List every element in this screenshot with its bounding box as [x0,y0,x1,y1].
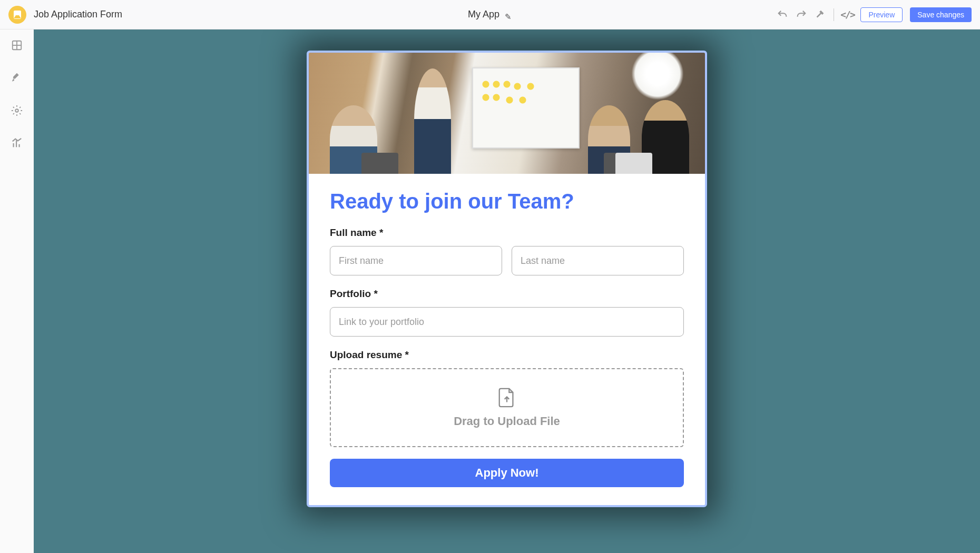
portfolio-label: Portfolio * [330,288,684,300]
redo-icon[interactable] [796,9,807,21]
grid-icon[interactable] [11,39,23,52]
header-actions: </> Preview Save changes [777,7,972,22]
divider [834,8,834,21]
left-sidebar [0,29,34,553]
full-name-label: Full name * [330,227,684,239]
upload-resume-label: Upload resume * [330,349,684,361]
upload-zone-text: Drag to Upload File [454,414,560,428]
project-title-group: My App [468,9,512,20]
app-title: Job Application Form [34,9,122,20]
file-upload-icon [497,387,516,408]
portfolio-input[interactable] [330,307,684,337]
upload-dropzone[interactable]: Drag to Upload File [330,368,684,447]
app-logo [8,6,26,24]
top-header: Job Application Form My App </> Preview … [0,0,980,29]
form-body: Ready to join our Team? Full name * Port… [309,174,705,505]
apply-now-button[interactable]: Apply Now! [330,459,684,487]
hammer-icon[interactable] [815,9,826,21]
gear-icon[interactable] [11,104,23,117]
hero-image [309,53,705,174]
code-icon[interactable]: </> [841,9,853,21]
last-name-input[interactable] [512,246,684,275]
preview-button[interactable]: Preview [860,7,903,22]
brush-icon[interactable] [11,72,23,84]
project-title: My App [468,9,499,20]
save-changes-button[interactable]: Save changes [910,7,972,22]
svg-point-3 [15,109,18,112]
first-name-input[interactable] [330,246,502,275]
name-row [330,246,684,275]
form-heading: Ready to join our Team? [330,190,684,213]
edit-title-icon[interactable] [505,11,512,18]
form-card[interactable]: Ready to join our Team? Full name * Port… [307,51,707,507]
undo-icon[interactable] [777,9,788,21]
analytics-icon[interactable] [11,137,23,150]
canvas-area[interactable]: Ready to join our Team? Full name * Port… [34,29,980,553]
